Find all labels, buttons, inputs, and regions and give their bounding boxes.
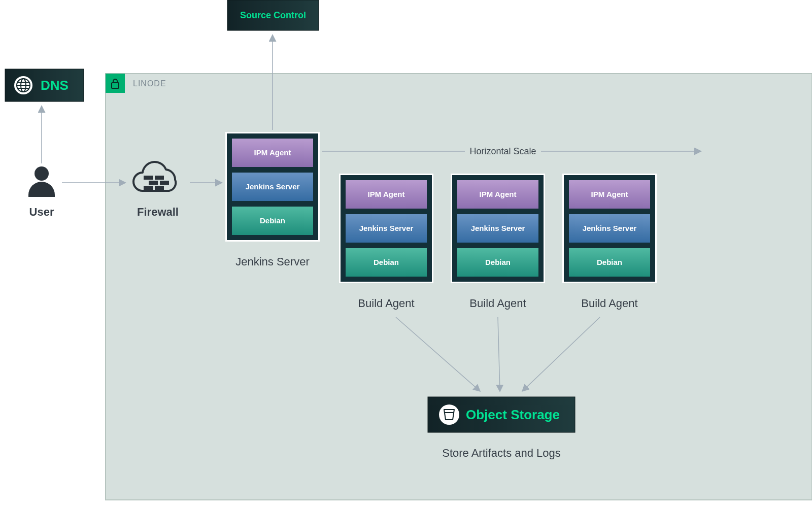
svg-rect-13 bbox=[155, 176, 164, 180]
user-icon bbox=[28, 166, 55, 197]
bucket-icon bbox=[439, 404, 459, 425]
stack-layer-label: Jenkins Server bbox=[359, 224, 414, 232]
build-agent-caption: Build Agent bbox=[358, 297, 414, 310]
build-agent-caption: Build Agent bbox=[581, 297, 637, 310]
dns-badge: DNS bbox=[5, 69, 84, 102]
stack-layer-label: Debian bbox=[597, 258, 622, 266]
stack-layer-label: Debian bbox=[260, 216, 285, 225]
architecture-diagram: LINODE Source Control DNS User Firewall bbox=[0, 0, 812, 506]
firewall-label: Firewall bbox=[137, 206, 179, 218]
jenkins-server-caption: Jenkins Server bbox=[235, 255, 310, 268]
svg-rect-0 bbox=[106, 74, 812, 500]
object-storage-badge: Object Storage bbox=[428, 397, 575, 432]
svg-rect-15 bbox=[160, 181, 169, 185]
horizontal-scale-label: Horizontal Scale bbox=[469, 146, 536, 156]
source-control-label: Source Control bbox=[240, 10, 306, 20]
source-control-badge: Source Control bbox=[227, 0, 319, 30]
user-node: User bbox=[28, 166, 55, 218]
svg-point-11 bbox=[35, 166, 49, 181]
svg-point-39 bbox=[439, 404, 459, 425]
stack-layer-label: Jenkins Server bbox=[471, 224, 525, 232]
dns-label: DNS bbox=[41, 78, 69, 93]
user-label: User bbox=[29, 206, 54, 218]
region-box: LINODE bbox=[106, 74, 812, 500]
stack-layer-label: Jenkins Server bbox=[246, 182, 300, 191]
stack-layer-label: IPM Agent bbox=[480, 190, 517, 198]
jenkins-server-stack: IPM Agent Jenkins Server Debian bbox=[225, 132, 320, 242]
stack-layer-label: IPM Agent bbox=[254, 148, 291, 157]
build-agent-3: IPM Agent Jenkins Server Debian bbox=[562, 174, 657, 283]
build-agent-2: IPM Agent Jenkins Server Debian bbox=[451, 174, 545, 283]
build-agent-caption: Build Agent bbox=[469, 297, 526, 310]
stack-layer-label: Debian bbox=[374, 258, 399, 266]
svg-rect-16 bbox=[144, 186, 153, 190]
stack-layer-label: Jenkins Server bbox=[583, 224, 637, 232]
object-storage-label: Object Storage bbox=[466, 407, 560, 422]
globe-icon bbox=[14, 76, 32, 94]
stack-layer-label: IPM Agent bbox=[368, 190, 405, 198]
object-storage-caption: Store Artifacts and Logs bbox=[442, 447, 561, 459]
stack-layer-label: IPM Agent bbox=[591, 190, 628, 198]
svg-rect-14 bbox=[149, 181, 158, 185]
stack-layer-label: Debian bbox=[485, 258, 511, 266]
svg-rect-12 bbox=[144, 176, 153, 180]
region-label: LINODE bbox=[133, 79, 166, 88]
svg-rect-17 bbox=[155, 186, 164, 190]
build-agent-1: IPM Agent Jenkins Server Debian bbox=[339, 174, 433, 283]
